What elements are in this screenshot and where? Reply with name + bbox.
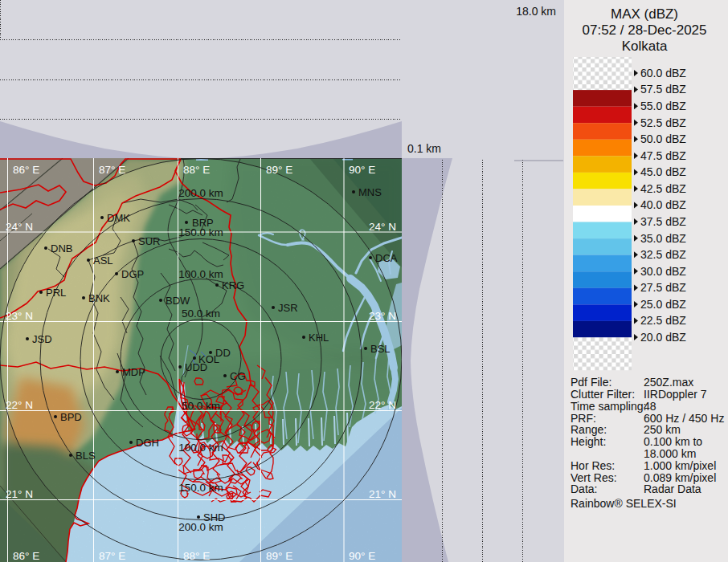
svg-text:100.0 km: 100.0 km <box>178 442 223 454</box>
svg-text:Kolkata: Kolkata <box>622 39 668 54</box>
svg-text:Height:: Height: <box>571 435 606 448</box>
svg-text:42.5 dBZ: 42.5 dBZ <box>640 182 686 195</box>
svg-text:Data:: Data: <box>571 483 597 495</box>
svg-text:22° N: 22° N <box>369 399 396 411</box>
svg-text:Radar Data: Radar Data <box>644 483 701 495</box>
svg-text:Rainbow® SELEX-SI: Rainbow® SELEX-SI <box>571 497 677 510</box>
svg-text:Pdf File:: Pdf File: <box>571 376 611 389</box>
svg-text:35.0 dBZ: 35.0 dBZ <box>640 232 686 245</box>
svg-text:30.0 dBZ: 30.0 dBZ <box>640 265 686 278</box>
svg-text:JSR: JSR <box>278 302 298 314</box>
svg-text:55.0 dBZ: 55.0 dBZ <box>640 100 686 112</box>
svg-text:45.0 dBZ: 45.0 dBZ <box>640 165 686 178</box>
svg-text:BRP: BRP <box>192 217 214 229</box>
svg-text:MAX (dBZ): MAX (dBZ) <box>611 6 678 22</box>
svg-text:DNB: DNB <box>51 242 72 255</box>
svg-text:250Z.max: 250Z.max <box>644 376 693 389</box>
svg-text:87° E: 87° E <box>99 550 125 562</box>
svg-text:KRG: KRG <box>222 279 244 291</box>
svg-text:CG: CG <box>230 370 246 382</box>
svg-text:100.0 km: 100.0 km <box>178 268 223 280</box>
svg-text:88° E: 88° E <box>183 164 210 176</box>
svg-text:27.5 dBZ: 27.5 dBZ <box>640 281 686 294</box>
svg-text:0.1 km: 0.1 km <box>407 142 441 155</box>
svg-text:88° E: 88° E <box>183 550 210 562</box>
svg-text:24° N: 24° N <box>369 221 396 233</box>
svg-text:37.5 dBZ: 37.5 dBZ <box>640 215 686 228</box>
svg-text:KHL: KHL <box>309 332 329 344</box>
svg-text:21° N: 21° N <box>6 488 33 500</box>
svg-text:BDW: BDW <box>166 295 190 307</box>
svg-text:DMK: DMK <box>107 212 130 224</box>
svg-text:23° N: 23° N <box>369 310 396 322</box>
svg-text:87° E: 87° E <box>99 164 125 176</box>
svg-text:25.0 dBZ: 25.0 dBZ <box>640 298 686 311</box>
svg-text:86° E: 86° E <box>13 550 39 562</box>
svg-text:250 km: 250 km <box>644 423 681 436</box>
svg-text:IIRDoppler 7: IIRDoppler 7 <box>644 388 707 401</box>
svg-text:SUR: SUR <box>138 235 160 247</box>
svg-text:57.5 dBZ: 57.5 dBZ <box>640 83 686 96</box>
svg-text:90° E: 90° E <box>349 550 375 562</box>
svg-text:BPD: BPD <box>60 411 82 423</box>
svg-text:22° N: 22° N <box>6 399 33 411</box>
svg-text:52.5 dBZ: 52.5 dBZ <box>640 116 686 129</box>
svg-text:JSD: JSD <box>32 333 52 345</box>
svg-text:50.0 dBZ: 50.0 dBZ <box>640 132 686 145</box>
svg-text:150.0 km: 150.0 km <box>178 482 223 494</box>
svg-text:50.0 km: 50.0 km <box>182 307 220 320</box>
svg-text:22.5 dBZ: 22.5 dBZ <box>640 314 686 327</box>
svg-text:Range:: Range: <box>571 423 607 436</box>
svg-text:60.0 dBZ: 60.0 dBZ <box>640 67 686 79</box>
svg-text:ASL: ASL <box>93 255 113 267</box>
svg-text:18.0 km: 18.0 km <box>516 5 556 18</box>
svg-text:40.0 dBZ: 40.0 dBZ <box>640 198 686 211</box>
svg-text:BNK: BNK <box>88 292 110 304</box>
svg-text:90° E: 90° E <box>349 164 375 176</box>
svg-text:BSL: BSL <box>370 343 391 355</box>
svg-text:86° E: 86° E <box>13 164 39 176</box>
svg-text:0.100 km to: 0.100 km to <box>644 435 702 448</box>
svg-text:89° E: 89° E <box>266 550 292 562</box>
svg-text:Hor Res:: Hor Res: <box>571 459 615 472</box>
svg-text:1.000 km/pixel: 1.000 km/pixel <box>644 459 716 472</box>
svg-text:07:52 / 28-Dec-2025: 07:52 / 28-Dec-2025 <box>583 22 707 38</box>
svg-text:200.0 km: 200.0 km <box>178 187 223 199</box>
svg-text:20.0 dBZ: 20.0 dBZ <box>640 331 686 344</box>
svg-text:32.5 dBZ: 32.5 dBZ <box>640 248 686 261</box>
svg-text:UDD: UDD <box>185 361 207 373</box>
svg-text:MNS: MNS <box>358 186 382 198</box>
svg-text:24° N: 24° N <box>6 221 33 233</box>
svg-text:BLS: BLS <box>76 450 96 462</box>
svg-text:21° N: 21° N <box>369 488 396 500</box>
svg-text:SHD: SHD <box>203 511 225 523</box>
svg-text:DGH: DGH <box>136 437 159 449</box>
svg-text:50.0 km: 50.0 km <box>182 400 220 412</box>
svg-text:DGP: DGP <box>121 268 144 280</box>
svg-text:47.5 dBZ: 47.5 dBZ <box>640 149 686 162</box>
svg-text:MDP: MDP <box>122 366 145 378</box>
svg-text:PRL: PRL <box>46 287 66 299</box>
svg-text:23° N: 23° N <box>6 310 33 322</box>
svg-text:DCA: DCA <box>375 252 398 264</box>
svg-text:Clutter Filter:: Clutter Filter: <box>571 388 635 401</box>
svg-text:89° E: 89° E <box>266 164 292 176</box>
